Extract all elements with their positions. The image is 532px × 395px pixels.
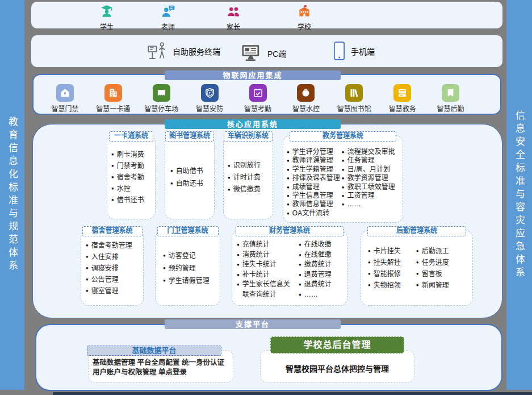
device-label: 自助服务终端 <box>173 45 220 57</box>
bullet-icon: ● <box>86 285 89 297</box>
list-item-label: 学生家长信息关联查询统计 <box>242 280 296 300</box>
item-column: ●自助借书●自助还书 <box>170 136 203 219</box>
user-label: 学生 <box>90 22 124 31</box>
bullet-icon: ● <box>342 148 345 156</box>
books-icon <box>345 84 363 102</box>
support-section-title: 支撑平台 <box>165 319 341 329</box>
iot-item-label: 智慧考勤 <box>234 103 282 113</box>
user-group-teacher: 老师 <box>151 4 185 31</box>
list-item: ●入住安排 <box>86 251 132 263</box>
base-data-platform-title: 基础数据平台 <box>87 346 221 356</box>
list-item-label: 补卡统计 <box>242 270 270 280</box>
list-item: ●宿舍考勤 <box>111 172 144 183</box>
list-item: ●访客登记 <box>163 250 210 262</box>
list-item-label: 入住安排 <box>91 251 119 263</box>
bullet-icon: ● <box>368 280 371 291</box>
list-item: ●学生学籍管理 <box>287 165 340 174</box>
list-item: ●预约管理 <box>163 262 210 275</box>
list-item: ●刷卡消费 <box>111 149 144 160</box>
list-item: ●识别放行 <box>228 160 261 172</box>
bullet-icon: ● <box>368 246 371 257</box>
list-item-label: 挂失解挂 <box>374 257 401 268</box>
bullet-icon: ● <box>287 200 290 209</box>
bullet-icon: ● <box>342 156 345 165</box>
bullet-icon: ● <box>416 268 419 280</box>
list-item: ●工资管理 <box>342 192 395 200</box>
list-item-label: 微信缴费 <box>233 184 261 196</box>
bullet-icon: ● <box>228 160 231 172</box>
iot-item-label: 智慧停车场 <box>137 103 186 113</box>
list-item: ●门禁考勤 <box>111 160 144 172</box>
list-item: ●挂失解挂 <box>368 257 401 268</box>
bullet-icon: ● <box>237 270 240 280</box>
list-item-label: 预约管理 <box>169 262 196 275</box>
list-item-label: 识别放行 <box>233 160 261 172</box>
iot-section-title: 物联网应用集成 <box>165 70 341 80</box>
user-group-school: 学校 <box>287 4 321 31</box>
list-item: ●消费统计 <box>237 250 296 260</box>
list-item-label: 计时计费 <box>233 172 261 184</box>
list-item-label: 留言板 <box>422 268 442 280</box>
list-item: ●计时计费 <box>228 172 261 184</box>
list-item-label: OA文件流转 <box>292 209 329 218</box>
list-item: ●留言板 <box>416 268 449 280</box>
bullet-icon: ● <box>416 280 419 291</box>
list-item: ●借书还书 <box>111 194 144 206</box>
user-group-parents: 家长 <box>216 4 250 31</box>
bullet-icon: ● <box>86 274 89 285</box>
bullet-icon: ● <box>111 149 114 160</box>
iot-item-onecard: 智慧一卡通 <box>89 84 137 113</box>
list-item-label: 宿舍考勤 <box>117 172 144 183</box>
device-label: 手机端 <box>351 45 375 57</box>
list-item: ●任务管理 <box>342 156 395 165</box>
iot-item-label: 智慧图书馆 <box>330 103 378 113</box>
bullet-icon: ● <box>368 268 371 280</box>
user-group-student: 学生 <box>90 4 124 31</box>
card-reader-icon <box>393 84 411 102</box>
list-item: ●学生家长信息关联查询统计 <box>237 280 296 300</box>
list-item-label: 借书还书 <box>117 194 144 206</box>
iot-item-door-access: 智慧门禁 <box>41 84 89 113</box>
student-icon <box>99 4 114 19</box>
list-item-label: 在线催缴 <box>304 250 332 260</box>
system-box-items: ●学生评分管理●教师评课管理●学生学籍管理●排课及课表管理●成绩管理●学生信息管… <box>283 136 403 222</box>
list-item: ●挂失卡统计 <box>237 260 296 270</box>
shield-icon <box>201 84 219 102</box>
user-label: 学校 <box>287 22 321 31</box>
bullet-icon: ● <box>228 184 231 196</box>
bullet-icon: ● <box>111 183 114 194</box>
item-column: ●充值统计●消费统计●挂失卡统计●补卡统计●学生家长信息关联查询统计 <box>237 240 296 305</box>
left-rail: 教育信息化标准与规范体系 <box>0 0 24 390</box>
list-item: ●自助还书 <box>170 177 203 190</box>
item-column: ●卡片挂失●挂失解挂●智能报修●失物招领 <box>368 231 401 305</box>
list-item-label: 在线收缴 <box>304 240 332 250</box>
item-column: ●在线收缴●在线催缴●缴费统计●退费管理●退费统计●…… <box>299 240 332 305</box>
system-box-items: ●识别放行●计时计费●微信缴费 <box>224 136 273 219</box>
list-item-label: 退费统计 <box>304 280 332 290</box>
bullet-icon: ● <box>368 257 371 268</box>
iot-item-water: 智慧水控 <box>282 84 330 113</box>
right-rail-label: 信息安全标准与容灾应急体系 <box>512 110 526 280</box>
list-item-label: 后勤派工 <box>422 246 449 257</box>
system-box-logistics: 后勤管理系统 ●卡片挂失●挂失解挂●智能报修●失物招领●后勤派工●任务进度●留言… <box>361 230 473 306</box>
user-label: 老师 <box>151 22 185 31</box>
list-item-label: 学生请假管理 <box>169 275 210 287</box>
list-item-label: 失物招领 <box>374 280 401 291</box>
list-item-label: 寝室管理 <box>91 285 119 297</box>
system-box-gate: 门卫管理系统 ●访客登记●预约管理●学生请假管理 <box>155 230 220 306</box>
list-item: ●日/周、月计划 <box>342 165 395 174</box>
list-item-label: …… <box>304 290 318 300</box>
system-box-title: 财务管理系统 <box>236 226 344 236</box>
list-item: ●自助借书 <box>170 165 203 177</box>
bullet-icon: ● <box>163 262 166 275</box>
base-platform-line: 用户账户与权限管理 单点登录 <box>93 368 231 377</box>
bullet-icon: ● <box>111 172 114 183</box>
core-section-title: 核心应用系统 <box>165 119 341 129</box>
list-item: ●在线收缴 <box>299 240 332 250</box>
iot-item-label: 智慧后勤 <box>426 103 475 113</box>
door-access-icon <box>56 84 74 102</box>
parents-icon <box>226 4 241 19</box>
iot-item-academic: 智慧教务 <box>378 84 426 113</box>
iot-item-library: 智慧图书馆 <box>330 84 378 113</box>
list-item: ●流程提交及审批 <box>342 148 395 156</box>
